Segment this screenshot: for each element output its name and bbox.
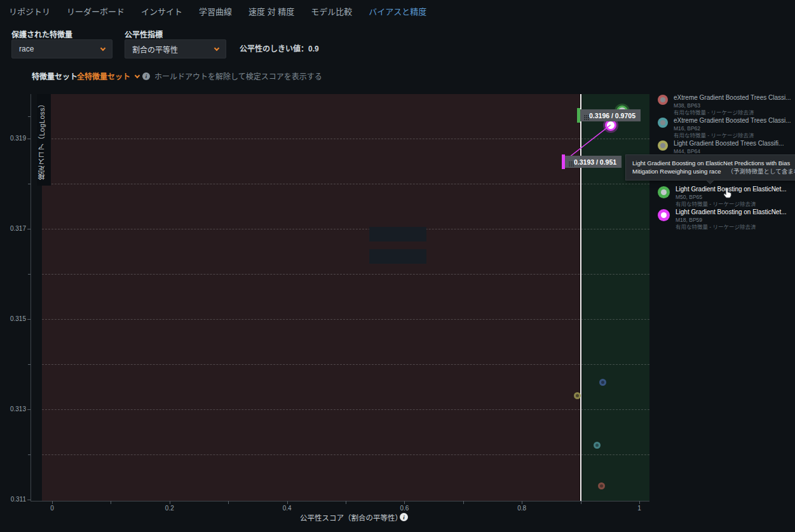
legend-item[interactable]: Light Gradient Boosting on ElasticNet...… — [658, 186, 795, 208]
y-axis-line — [31, 94, 31, 501]
legend-text: Light Gradient Boosting on ElasticNet...… — [676, 208, 787, 231]
info-icon[interactable]: i — [142, 72, 150, 80]
feature-set-value: 全特徴量セット — [77, 71, 130, 81]
legend-item[interactable]: eXtreme Gradient Boosted Trees Classi...… — [658, 94, 795, 116]
gridline — [42, 274, 649, 275]
chevron-down-icon — [135, 73, 140, 78]
x-tick — [404, 501, 405, 504]
protected-feature-select[interactable]: race — [11, 39, 112, 58]
x-tick-label: 0.6 — [399, 505, 409, 512]
model-tooltip: Light Gradient Boosting on ElasticNet Pr… — [625, 154, 795, 181]
legend-text: Light Gradient Boosting on ElasticNet...… — [676, 186, 787, 208]
dot-core — [660, 120, 665, 125]
gridline — [42, 319, 649, 320]
x-tick — [111, 501, 111, 504]
score-fairness-value: 0.3193 / 0.951 — [574, 158, 616, 166]
x-tick-label: 0 — [47, 505, 57, 512]
legend-model-title: Light Gradient Boosting on ElasticNet... — [676, 208, 787, 217]
y-tick — [27, 139, 31, 139]
gridline — [42, 139, 649, 139]
dot-core — [660, 143, 665, 148]
legend-item[interactable]: Light Gradient Boosting on ElasticNet...… — [658, 208, 795, 231]
nav-tab[interactable]: インサイト — [141, 5, 182, 17]
point-value-label[interactable]: 0.3196 / 0.9705 — [577, 109, 641, 121]
model-color-dot-icon — [658, 95, 668, 105]
fairness-metric-label: 公平性指標 — [125, 29, 163, 39]
legend-model-title: Light Gradient Boosting on ElasticNet... — [676, 186, 787, 194]
info-icon[interactable]: i — [400, 513, 408, 521]
gridline — [42, 364, 649, 365]
nav-tab[interactable]: リポジトリ — [9, 5, 50, 17]
nav-tab[interactable]: モデル比較 — [311, 5, 352, 17]
gridline — [42, 409, 649, 410]
fairness-metric-value: 割合の平等性 — [132, 44, 178, 55]
feature-set-select[interactable]: 全特徴量セット — [77, 71, 139, 81]
x-tick — [346, 501, 346, 504]
y-tick — [27, 500, 31, 500]
data-point[interactable] — [574, 392, 581, 399]
legend-feature-list: 有用な特徴量 - リーケージ除去済 — [674, 132, 791, 139]
y-tick — [28, 454, 31, 455]
legend-model-id: M50, BP65 — [676, 194, 787, 201]
x-tick — [522, 501, 522, 504]
drag-handle-icon[interactable] — [584, 115, 585, 116]
y-tick-label: 0.311 — [11, 496, 26, 503]
gridline — [42, 184, 649, 184]
legend-item[interactable]: eXtreme Gradient Boosted Trees Classi...… — [658, 117, 795, 139]
legend-model-title: eXtreme Gradient Boosted Trees Classi... — [674, 94, 791, 102]
x-tick-label: 0.2 — [165, 505, 175, 512]
legend-text: eXtreme Gradient Boosted Trees Classi...… — [674, 117, 791, 139]
legend-model-id: M18, BP59 — [676, 217, 787, 224]
dot-core — [660, 97, 665, 102]
legend-text: eXtreme Gradient Boosted Trees Classi...… — [674, 94, 791, 116]
y-tick — [28, 274, 31, 275]
holdout-note: i ホールドアウトを解除して検定スコアを表示する — [142, 71, 322, 81]
tooltip-caret — [706, 176, 714, 184]
x-tick — [581, 501, 581, 504]
y-tick — [28, 184, 31, 184]
protected-feature-value: race — [19, 44, 34, 53]
gridline — [42, 229, 649, 229]
label-box: 0.3193 / 0.951 — [565, 156, 622, 168]
x-tick-label: 1 — [634, 505, 644, 512]
y-axis-title: 検定スコア（LogLoss） — [37, 94, 51, 186]
top-navigation: リポジトリリーダーボードインサイト学習曲線速度 対 精度モデル比較バイアスと精度 — [9, 5, 426, 17]
feature-set-label: 特徴量セット — [32, 71, 78, 81]
fairness-threshold-text: 公平性のしきい値：0.9 — [240, 43, 319, 53]
y-tick — [28, 116, 31, 117]
y-tick-label: 0.319 — [10, 135, 26, 142]
score-fairness-value: 0.3196 / 0.9705 — [589, 112, 635, 119]
point-value-label[interactable]: 0.3193 / 0.951 — [562, 156, 622, 168]
empty-annotation-box — [369, 227, 426, 242]
model-color-dot-icon — [658, 209, 670, 221]
y-tick-label: 0.317 — [10, 225, 26, 232]
empty-annotation-box — [369, 249, 426, 264]
y-tick — [27, 319, 31, 320]
protected-feature-label: 保護された特徴量 — [11, 29, 72, 39]
x-tick — [639, 501, 640, 504]
y-tick-label: 0.315 — [10, 315, 26, 322]
legend-feature-list: 有用な特徴量 - リーケージ除去済 — [674, 109, 791, 116]
dot-core — [661, 189, 667, 195]
x-axis-line — [31, 501, 649, 501]
y-tick-label: 0.313 — [10, 406, 26, 413]
chevron-down-icon — [100, 45, 105, 50]
model-color-dot-icon — [658, 140, 668, 151]
drag-handle-icon[interactable] — [569, 161, 570, 163]
fairness-metric-select[interactable]: 割合の平等性 — [125, 39, 226, 58]
legend-feature-list: 有用な特徴量 - リーケージ除去済 — [676, 201, 787, 208]
nav-tab[interactable]: 速度 対 精度 — [248, 5, 294, 17]
x-axis-title: 公平性スコア（割合の平等性） — [300, 512, 402, 522]
nav-tab[interactable]: バイアスと精度 — [369, 5, 426, 17]
chevron-down-icon — [214, 45, 219, 50]
model-color-dot-icon — [658, 118, 668, 128]
nav-tab[interactable]: リーダーボード — [67, 5, 125, 17]
y-tick — [28, 364, 31, 365]
fairness-threshold-line — [580, 94, 581, 501]
gridline — [42, 454, 649, 455]
x-tick — [170, 501, 170, 504]
legend-model-title: Light Gradient Boosted Trees Classifi... — [674, 140, 784, 148]
region-below-threshold — [42, 94, 580, 501]
x-tick — [287, 501, 288, 504]
nav-tab[interactable]: 学習曲線 — [199, 5, 232, 17]
